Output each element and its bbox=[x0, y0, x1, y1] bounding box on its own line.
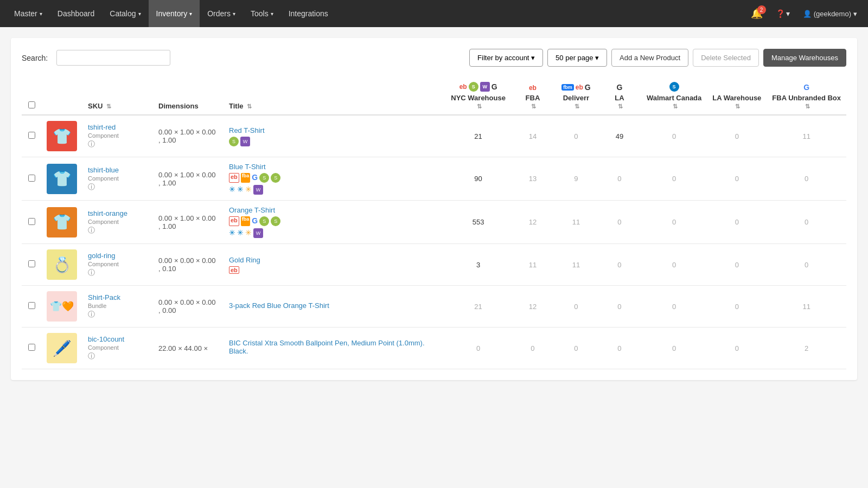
nav-item-master[interactable]: Master ▾ bbox=[7, 0, 50, 27]
sku-link[interactable]: tshirt-blue bbox=[88, 166, 119, 174]
add-new-product-button[interactable]: Add a New Product bbox=[611, 49, 688, 67]
manage-warehouses-button[interactable]: Manage Warehouses bbox=[763, 49, 846, 67]
sku-link[interactable]: tshirt-orange bbox=[88, 209, 127, 217]
sku-link[interactable]: tshirt-red bbox=[88, 123, 116, 131]
dimensions-cell: 0.00 × 1.00 × 0.00 , 1.00 bbox=[153, 157, 224, 201]
table-cell-num: 12 bbox=[511, 286, 554, 328]
table-cell-num: 553 bbox=[445, 201, 511, 244]
notification-bell[interactable]: 🔔 2 bbox=[746, 5, 767, 22]
title-link[interactable]: 3-pack Red Blue Orange T-Shirt bbox=[229, 301, 329, 310]
title-cell: Blue T-Shirt ebfbaGSS ✳✳✳W bbox=[224, 157, 445, 201]
row-checkbox-cell bbox=[22, 328, 41, 369]
dimensions-column-header: Dimensions bbox=[158, 102, 199, 110]
sku-type-label: Bundle bbox=[88, 303, 106, 309]
nyc-sort-icon[interactable]: ⇅ bbox=[477, 103, 482, 110]
table-cell-num: 0 bbox=[641, 157, 707, 201]
sku-link[interactable]: Shirt-Pack bbox=[88, 293, 120, 301]
la-sort-icon[interactable]: ⇅ bbox=[618, 103, 623, 110]
select-all-checkbox[interactable] bbox=[28, 101, 35, 108]
sku-help-icon[interactable]: ⓘ bbox=[88, 310, 95, 318]
row-checkbox[interactable] bbox=[28, 132, 35, 139]
channel-icons-row2: ✳✳✳W bbox=[229, 228, 440, 238]
help-menu[interactable]: ❓ ▾ bbox=[771, 7, 794, 20]
walmart-canada-sort-icon[interactable]: ⇅ bbox=[673, 103, 678, 110]
delete-selected-button[interactable]: Delete Selected bbox=[693, 49, 759, 67]
sku-cell: gold-ring Component ⓘ bbox=[82, 244, 153, 286]
title-link[interactable]: Gold Ring bbox=[229, 256, 260, 264]
title-link[interactable]: Orange T-Shirt bbox=[229, 206, 275, 214]
sku-cell: tshirt-orange Component ⓘ bbox=[82, 201, 153, 244]
deliverr-sort-icon[interactable]: ⇅ bbox=[575, 103, 579, 110]
master-caret: ▾ bbox=[40, 11, 42, 17]
title-link[interactable]: Red T-Shirt bbox=[229, 126, 265, 134]
sku-help-icon[interactable]: ⓘ bbox=[88, 183, 95, 191]
product-image-cell: 👕 bbox=[41, 201, 82, 244]
nav-item-orders[interactable]: Orders ▾ bbox=[200, 0, 243, 27]
row-checkbox[interactable] bbox=[28, 344, 35, 351]
navbar: Master ▾ Dashboard Catalog ▾ Inventory ▾… bbox=[0, 0, 868, 27]
sku-type-label: Component bbox=[88, 261, 119, 267]
sku-help-icon[interactable]: ⓘ bbox=[88, 140, 95, 148]
dimensions-cell: 0.00 × 1.00 × 0.00 , 1.00 bbox=[153, 201, 224, 244]
row-checkbox[interactable] bbox=[28, 175, 35, 182]
table-cell-num: 0 bbox=[767, 157, 846, 201]
row-checkbox-cell bbox=[22, 201, 41, 244]
row-checkbox[interactable] bbox=[28, 302, 35, 309]
fba-unbranded-sort-icon[interactable]: ⇅ bbox=[805, 103, 810, 110]
sku-help-icon[interactable]: ⓘ bbox=[88, 352, 95, 360]
sku-help-icon[interactable]: ⓘ bbox=[88, 226, 95, 234]
nav-item-integrations[interactable]: Integrations bbox=[281, 0, 336, 27]
sku-type-label: Component bbox=[88, 219, 119, 225]
table-cell-num: 13 bbox=[511, 157, 554, 201]
walmart-canada-header-icons: S bbox=[647, 82, 701, 92]
table-cell-num: 0 bbox=[707, 115, 767, 157]
nav-item-dashboard[interactable]: Dashboard bbox=[50, 0, 103, 27]
nav-item-tools[interactable]: Tools ▾ bbox=[243, 0, 281, 27]
fba-unbranded-header-icons: G bbox=[772, 83, 841, 92]
per-page-button[interactable]: 50 per page ▾ bbox=[547, 49, 607, 67]
user-menu[interactable]: 👤 (geekdemo) ▾ bbox=[799, 8, 861, 20]
row-checkbox[interactable] bbox=[28, 218, 35, 225]
channel-icons-row1: eb bbox=[229, 266, 440, 274]
sku-help-icon[interactable]: ⓘ bbox=[88, 268, 95, 277]
search-input[interactable] bbox=[56, 50, 170, 66]
channel-icons-row2: ✳✳✳W bbox=[229, 185, 440, 195]
product-image-cell: 👕 bbox=[41, 115, 82, 157]
row-checkbox[interactable] bbox=[28, 260, 35, 267]
orders-caret: ▾ bbox=[233, 11, 235, 17]
title-sort-icon[interactable]: ⇅ bbox=[247, 103, 252, 110]
sku-column-header: SKU bbox=[88, 102, 103, 110]
row-checkbox-cell bbox=[22, 115, 41, 157]
product-image-cell: 👕🧡 bbox=[41, 286, 82, 328]
sku-cell: tshirt-blue Component ⓘ bbox=[82, 157, 153, 201]
la-warehouse-sort-icon[interactable]: ⇅ bbox=[735, 103, 740, 110]
fba-header-icons: eb bbox=[516, 84, 549, 92]
nav-item-catalog[interactable]: Catalog ▾ bbox=[102, 0, 148, 27]
sku-sort-icon[interactable]: ⇅ bbox=[106, 103, 111, 110]
table-cell-num: 0 bbox=[641, 244, 707, 286]
sku-link[interactable]: bic-10count bbox=[88, 335, 124, 343]
title-cell: 3-pack Red Blue Orange T-Shirt bbox=[224, 286, 445, 328]
nav-item-inventory[interactable]: Inventory ▾ bbox=[149, 0, 200, 27]
filter-by-account-button[interactable]: Filter by account ▾ bbox=[469, 49, 543, 67]
table-cell-num: 0 bbox=[445, 328, 511, 369]
table-cell-num: 0 bbox=[707, 244, 767, 286]
dimensions-cell: 22.00 × 44.00 × bbox=[153, 328, 224, 369]
fba-sort-icon[interactable]: ⇅ bbox=[531, 103, 536, 110]
table-row: 🖊️ bic-10count Component ⓘ 22.00 × 44.00… bbox=[22, 328, 846, 369]
sku-link[interactable]: gold-ring bbox=[88, 252, 116, 260]
la-column-header: LA bbox=[603, 94, 636, 102]
table-cell-num: 11 bbox=[511, 244, 554, 286]
title-link[interactable]: BIC Cristal Xtra Smooth Ballpoint Pen, M… bbox=[229, 339, 425, 355]
table-cell-num: 0 bbox=[598, 201, 641, 244]
walmart-canada-column-header: Walmart Canada bbox=[647, 94, 701, 102]
fba-column-header: FBA bbox=[516, 94, 549, 102]
title-link[interactable]: Blue T-Shirt bbox=[229, 163, 266, 171]
table-cell-num: 0 bbox=[707, 328, 767, 369]
nyc-header-icons: eb S W G bbox=[451, 82, 506, 92]
inventory-caret: ▾ bbox=[189, 11, 192, 17]
table-cell-num: 0 bbox=[641, 201, 707, 244]
sku-cell: Shirt-Pack Bundle ⓘ bbox=[82, 286, 153, 328]
table-cell-num: 3 bbox=[445, 244, 511, 286]
table-cell-num: 11 bbox=[554, 244, 598, 286]
